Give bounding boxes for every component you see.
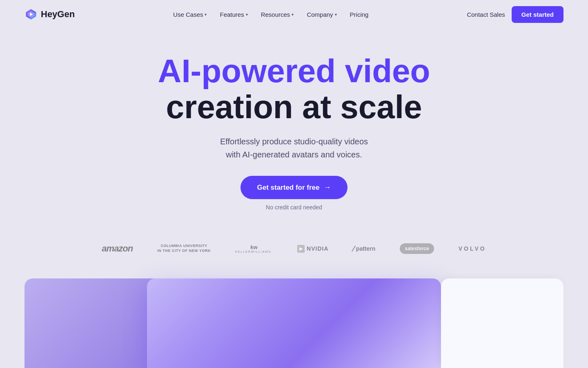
- heygen-logo-icon: [24, 8, 38, 21]
- hero-subtitle-line1: Effortlessly produce studio-quality vide…: [220, 137, 368, 146]
- brand-name: HeyGen: [41, 9, 75, 20]
- pattern-logo: ⁄ pattern: [353, 244, 376, 254]
- arrow-right-icon: →: [324, 183, 331, 192]
- volvo-logo: VOLVO: [459, 245, 486, 252]
- use-cases-chevron-icon: ▾: [205, 12, 207, 17]
- navigation: HeyGen Use Cases ▾ Features ▾ Resources …: [0, 0, 588, 29]
- no-credit-label: No credit card needed: [266, 204, 322, 211]
- video-preview-card: [147, 278, 441, 368]
- company-chevron-icon: ▾: [335, 12, 337, 17]
- nav-features[interactable]: Features ▾: [214, 8, 253, 21]
- hero-cta: Get started for free → No credit card ne…: [8, 176, 580, 211]
- hero-section: AI-powered video creation at scale Effor…: [0, 29, 588, 227]
- hero-title-line2: creation at scale: [8, 89, 580, 125]
- contact-sales-link[interactable]: Contact Sales: [467, 11, 505, 18]
- hero-title: AI-powered video creation at scale: [8, 53, 580, 125]
- resources-chevron-icon: ▾: [292, 12, 294, 17]
- get-started-nav-button[interactable]: Get started: [512, 6, 564, 23]
- nav-right-actions: Contact Sales Get started: [467, 6, 564, 23]
- columbia-logo: COLUMBIA UNIVERSITYIN THE CITY OF NEW YO…: [157, 244, 211, 253]
- features-chevron-icon: ▾: [246, 12, 248, 17]
- nav-links: Use Cases ▾ Features ▾ Resources ▾ Compa…: [167, 8, 374, 21]
- keller-williams-logo: kw KELLERWILLIAMS.: [235, 244, 273, 253]
- nav-company[interactable]: Company ▾: [301, 8, 342, 21]
- nav-use-cases[interactable]: Use Cases ▾: [167, 8, 212, 21]
- logos-section: amazon COLUMBIA UNIVERSITYIN THE CITY OF…: [0, 227, 588, 270]
- salesforce-logo: salesforce: [400, 243, 434, 254]
- logo-link[interactable]: HeyGen: [24, 8, 75, 21]
- hero-cta-button[interactable]: Get started for free →: [241, 176, 347, 199]
- nav-pricing[interactable]: Pricing: [344, 8, 374, 21]
- video-sidebar-panel: [441, 278, 564, 368]
- nvidia-logo: ▶ NVIDIA: [297, 245, 328, 253]
- nav-resources[interactable]: Resources ▾: [255, 8, 300, 21]
- hero-title-line1: AI-powered video: [8, 53, 580, 89]
- video-preview-section: [0, 278, 588, 368]
- hero-subtitle-line2: with AI-generated avatars and voices.: [226, 150, 362, 159]
- hero-subtitle: Effortlessly produce studio-quality vide…: [8, 135, 580, 161]
- amazon-logo: amazon: [102, 243, 133, 254]
